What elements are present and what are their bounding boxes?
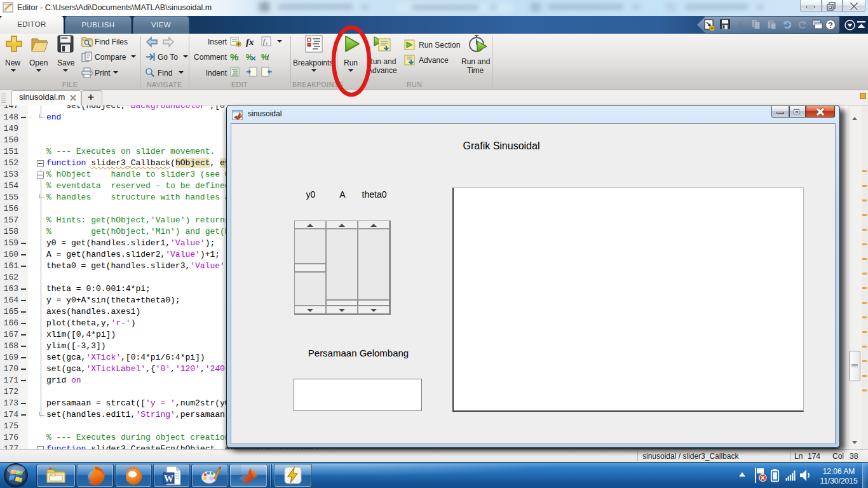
svg-text:fx: fx [246, 37, 254, 47]
svg-text:?: ? [828, 21, 832, 30]
svg-text:%: % [261, 53, 268, 62]
svg-text:%: % [230, 51, 238, 62]
svg-text:W: W [164, 473, 173, 484]
